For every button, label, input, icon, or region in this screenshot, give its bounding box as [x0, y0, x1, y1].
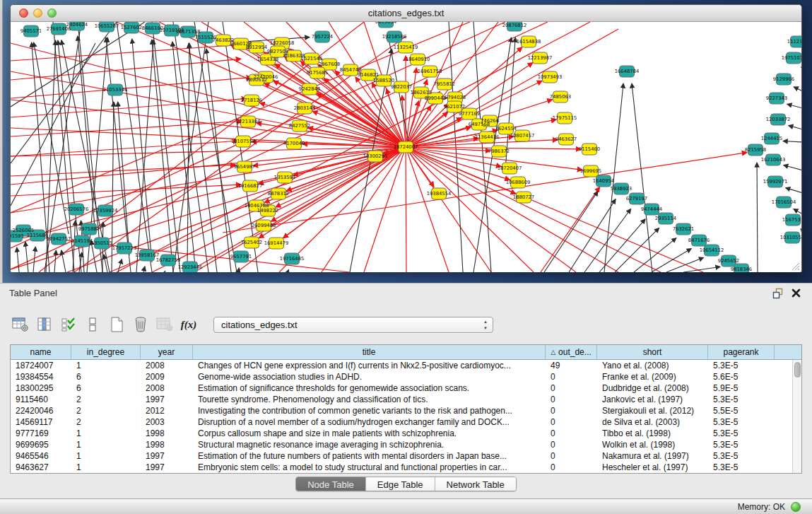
column-header-name[interactable]: name: [11, 345, 71, 359]
tab-network-table[interactable]: Network Table: [435, 477, 516, 491]
table-row[interactable]: 969969511998Structural magnetic resonanc…: [11, 439, 801, 450]
graph-node-label: 19751074: [782, 55, 801, 61]
graph-node-label: 8912954: [246, 45, 267, 50]
graph-node-label: 1640954: [593, 178, 614, 184]
graph-node-label: 16914479: [264, 240, 289, 246]
cell-title: Structural magnetic resonance image aver…: [193, 439, 546, 450]
graph-node-label: 2935114: [655, 216, 676, 221]
cell-year: 1997: [141, 394, 193, 405]
select-all-icon[interactable]: [58, 315, 79, 334]
cell-name: 19384554: [11, 371, 71, 382]
cell-out_degree: 0: [546, 405, 597, 416]
graph-node-label: 9245652: [718, 258, 739, 264]
desktop-background: citations_edges.txt 74638229660128891295…: [0, 0, 812, 283]
graph-node-label: 9129966: [773, 76, 794, 82]
cell-out_degree: 0: [546, 382, 597, 394]
graph-node-label: 18724007: [394, 144, 418, 150]
graph-node-label: 6279197: [626, 196, 647, 201]
graph-node-label: 10655287: [95, 23, 119, 29]
cell-name: 14569117: [11, 416, 71, 428]
table-toolbar: f(x) citations_edges.txt ▲▼: [10, 312, 493, 337]
graph-node-label: 26099488: [252, 223, 276, 228]
cell-name: 9699695: [11, 439, 71, 450]
delete-column-icon[interactable]: [130, 315, 151, 334]
cell-short: Hescheler et al. (1997): [597, 462, 708, 473]
graph-node-label: 5938923: [611, 186, 632, 192]
vertical-scrollbar[interactable]: [792, 360, 801, 473]
table-selector-dropdown[interactable]: citations_edges.txt ▲▼: [213, 317, 493, 333]
graph-node-label: 8878312: [268, 191, 289, 197]
cell-pagerank: 5.3E-5: [708, 462, 775, 473]
cell-year: 2008: [141, 382, 193, 394]
table-row[interactable]: 1938455462009Genome-wide association stu…: [11, 371, 801, 382]
close-panel-icon[interactable]: [791, 288, 801, 298]
table-row[interactable]: 2242004622012Investigating the contribut…: [11, 405, 801, 416]
window-titlebar[interactable]: citations_edges.txt: [11, 5, 801, 22]
citation-network-graph[interactable]: 7463822966012889129541654338224200469890…: [11, 22, 801, 272]
cell-pagerank: 5.3E-5: [708, 428, 775, 439]
column-header-in_degree[interactable]: in_degree: [71, 345, 141, 359]
graph-node-label: 17975115: [553, 115, 577, 121]
scrollbar-thumb[interactable]: [794, 362, 801, 378]
network-canvas[interactable]: 7463822966012889129541654338224200469890…: [11, 22, 801, 272]
cell-year: 1997: [141, 462, 193, 473]
background-panel-edge: [0, 0, 3, 283]
cell-name: 18724007: [11, 360, 71, 371]
cell-year: 1998: [141, 439, 193, 450]
column-header-title[interactable]: title: [193, 345, 546, 359]
cell-title: Corpus callosum shape and size in male p…: [193, 428, 546, 439]
graph-node-label: 9822037: [391, 84, 412, 90]
cell-name: 18300295: [11, 382, 71, 394]
memory-status-label: Memory: OK: [738, 502, 785, 512]
cell-in_degree: 2: [71, 405, 141, 416]
tab-node-table[interactable]: Node Table: [296, 477, 366, 491]
cell-pagerank: 5.3E-5: [708, 450, 775, 462]
column-header-short[interactable]: short: [597, 345, 708, 359]
cell-title: Estimation of significance thresholds fo…: [193, 382, 546, 394]
column-header-pagerank[interactable]: pagerank: [708, 345, 775, 359]
selection-mode-icon[interactable]: [82, 315, 103, 334]
cell-in_degree: 2: [71, 394, 141, 405]
table-panel: Table Panel: [0, 283, 812, 498]
graph-node-label: 4170040: [283, 141, 305, 146]
graph-node-label: 6794028: [445, 95, 466, 100]
cell-pagerank: 5.3E-5: [708, 416, 775, 428]
graph-node-label: 16671358: [176, 29, 201, 35]
table-row[interactable]: 1830029562008Estimation of significance …: [11, 382, 801, 394]
graph-node-label: 21364436: [475, 134, 500, 140]
table-row[interactable]: 946362711997Embryonic stem cells: a mode…: [11, 462, 801, 473]
column-header-year[interactable]: year: [141, 345, 193, 359]
graph-node-label: 8427552: [289, 123, 310, 129]
network-view-window[interactable]: citations_edges.txt 74638229660128891295…: [10, 4, 802, 272]
graph-node-label: 10807457: [510, 133, 535, 139]
window-resize-grip-icon[interactable]: [792, 262, 800, 271]
graph-node-label: 10310553: [780, 235, 801, 240]
table-row[interactable]: 911546021997Tourette syndrome. Phenomeno…: [11, 394, 801, 405]
table-settings-icon[interactable]: [10, 315, 31, 334]
show-columns-icon[interactable]: [34, 315, 55, 334]
float-window-icon[interactable]: [772, 288, 784, 299]
cell-out_degree: 0: [546, 450, 597, 462]
node-attribute-table: namein_degreeyeartitle△out_de...shortpag…: [10, 344, 802, 474]
table-row[interactable]: 946554611997Estimation of the future num…: [11, 450, 801, 462]
cell-short: Yano et al. (2008): [597, 360, 708, 371]
cell-title: Tourette syndrome. Phenomenology and cla…: [193, 394, 546, 405]
cell-out_degree: 0: [546, 428, 597, 439]
cell-out_degree: 0: [546, 462, 597, 473]
cell-pagerank: 5.6E-5: [708, 371, 775, 382]
cell-short: Dudbridge et al. (2008): [597, 382, 708, 394]
table-row[interactable]: 1872400712008Changes of HCN gene express…: [11, 360, 801, 371]
graph-node-label: 15992971: [763, 179, 788, 185]
cell-out_degree: 0: [546, 439, 597, 450]
cell-year: 2012: [141, 405, 193, 416]
table-panel-title: Table Panel: [9, 288, 57, 298]
new-column-icon[interactable]: [106, 315, 127, 334]
graph-node-label: 12213987: [528, 55, 553, 61]
tab-edge-table[interactable]: Edge Table: [366, 477, 435, 491]
table-row[interactable]: 1456911722003Disruption of a novel membe…: [11, 416, 801, 428]
table-row[interactable]: 977716911998Corpus callosum shape and si…: [11, 428, 801, 439]
graph-node-label: 9890612: [246, 77, 267, 83]
function-builder-icon[interactable]: f(x): [178, 315, 199, 334]
delete-table-icon[interactable]: [154, 315, 175, 334]
column-header-out_degree[interactable]: △out_de...: [546, 345, 597, 359]
